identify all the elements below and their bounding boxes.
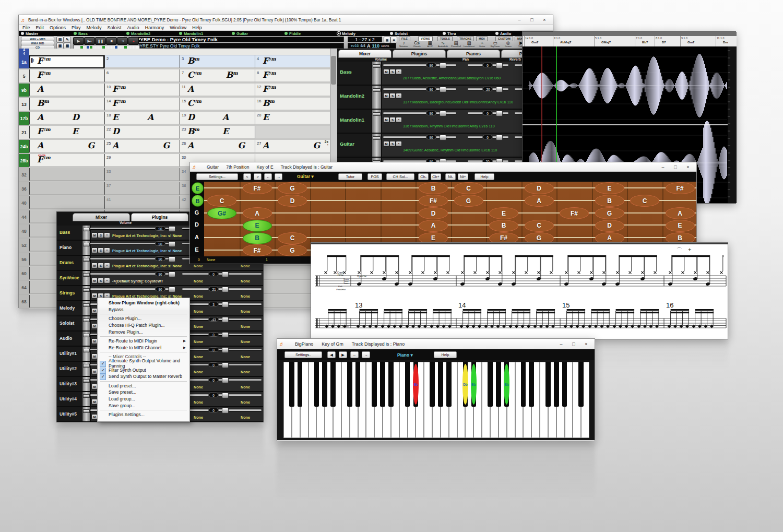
bar-row-label[interactable]: 5 — [19, 69, 29, 84]
ch-sol--button[interactable]: CH Sol... — [386, 173, 414, 180]
main-titlebar[interactable]: ♬ Band-in-a-Box for Windows [.. OLD TIME… — [19, 15, 553, 25]
chord-cell[interactable] — [29, 168, 104, 181]
chord-cell[interactable]: 23BmE — [180, 126, 255, 139]
freeze-button[interactable]: * — [396, 69, 402, 75]
menu-item[interactable]: Save preset... — [98, 389, 189, 396]
tutor-button[interactable]: Tutor — [338, 173, 362, 180]
track-fader[interactable] — [82, 226, 91, 240]
bar-row-label[interactable]: 32 — [19, 168, 29, 182]
menu-item[interactable]: Choose Hi-Q Patch Plugin... — [98, 322, 189, 329]
fret-note-c[interactable]: C — [207, 195, 236, 207]
fret-note-a[interactable]: A — [666, 207, 695, 219]
track-fader[interactable] — [82, 377, 91, 391]
bar-row-label[interactable]: 36 — [19, 182, 29, 196]
chord-cell[interactable]: 26AG — [180, 140, 255, 153]
fader-handle[interactable] — [83, 273, 90, 277]
bar-row-label[interactable]: 1a — [19, 55, 29, 69]
chord-symbol[interactable]: Bm — [226, 70, 238, 80]
plugin-track-name[interactable]: Audio — [57, 332, 82, 346]
menu-item[interactable]: Plugins Settings... — [98, 411, 189, 418]
plugin-track-name[interactable]: Strings — [57, 286, 82, 300]
drum-notation[interactable]: CrashHiHatOpenHatSnareTomsTomsKickPedalH… — [311, 243, 728, 339]
ribbon-tab-tools[interactable]: TOOLS — [437, 36, 453, 41]
menu-options[interactable]: Options — [50, 25, 66, 30]
plugin-slot-1[interactable]: Plogue Art et Technologie, Inc: s! None — [112, 249, 182, 253]
brush-icon[interactable]: ✎ — [64, 37, 71, 43]
chord-cell[interactable]: 16Bm — [255, 98, 330, 111]
chord-symbol[interactable]: F♯m — [263, 84, 276, 94]
plugin-slot-3[interactable]: None — [241, 400, 250, 405]
volume-slider-handle[interactable] — [169, 226, 175, 232]
track-fader[interactable] — [372, 86, 382, 109]
bar-row-label[interactable]: 21 — [19, 126, 29, 140]
plugin-slot-2[interactable]: None — [194, 415, 203, 420]
fret-note-c[interactable]: C — [454, 182, 483, 194]
pan-slider-handle[interactable] — [222, 393, 229, 398]
bar-row-label[interactable]: 17b — [19, 112, 29, 126]
ch--button[interactable]: Ch+ — [431, 173, 441, 180]
view-icon-bigpiano[interactable]: ▭BigPiano — [489, 41, 501, 48]
track-fader[interactable] — [372, 62, 382, 85]
plugin-slot-3[interactable]: None — [241, 279, 250, 283]
menu-item[interactable]: ✓Filter Synth Output — [98, 367, 189, 373]
loop-button[interactable]: ⇥ — [117, 37, 128, 45]
fader-handle[interactable] — [373, 136, 381, 140]
chord-cell[interactable]: 15C♯m — [180, 98, 255, 111]
chord-cell[interactable]: 8F♯m — [255, 69, 330, 82]
chord-cell[interactable]: AG — [29, 140, 104, 153]
track-fader[interactable] — [82, 392, 91, 406]
volume-slider-handle[interactable] — [440, 135, 446, 140]
pan-slider-handle[interactable] — [222, 287, 229, 292]
black-key[interactable] — [355, 362, 361, 407]
chord-cell[interactable]: 3Bm — [180, 55, 255, 68]
chord-symbol[interactable]: C♯m — [187, 98, 201, 108]
guitar-titlebar[interactable]: ♬ Guitar 7th Position Key of E Track Dis… — [190, 162, 696, 172]
track-button-bass[interactable]: Bass — [74, 31, 126, 36]
plugin-track-name[interactable]: Piano — [57, 241, 82, 255]
pan-slider-handle[interactable] — [222, 377, 229, 383]
style-field[interactable]: _PYRE.STY Pyre Old Timey Folk — [131, 43, 344, 49]
song-title-field[interactable]: _PYRE Demo - Pyre Old Timey Folk — [131, 37, 344, 42]
key-value[interactable]: A — [367, 43, 371, 49]
black-key[interactable] — [405, 362, 410, 407]
nav-button[interactable]: ▶ — [339, 351, 347, 358]
solo-button[interactable]: S — [98, 263, 104, 268]
solo-button[interactable]: S — [389, 93, 396, 99]
chord-symbol[interactable]: A — [37, 140, 43, 150]
track-button-fiddle[interactable]: Fiddle — [284, 31, 337, 36]
fader-handle[interactable] — [83, 228, 90, 231]
track-fader[interactable] — [82, 407, 91, 421]
black-key[interactable] — [529, 362, 534, 407]
chord-cell[interactable]: 25AG — [104, 140, 180, 153]
freeze-button[interactable]: * — [396, 93, 402, 99]
plugin-slot-3[interactable]: None — [241, 309, 250, 314]
ribbon-tab-custom[interactable]: CUSTOM — [495, 36, 513, 41]
solo-button[interactable]: S — [98, 247, 104, 253]
nav-button[interactable]: ← — [264, 173, 272, 180]
fret-note-b[interactable]: B — [419, 182, 448, 194]
chord-symbol[interactable]: F♯m — [263, 70, 276, 80]
nav-button[interactable]: → — [275, 173, 282, 180]
highlighted-key-eb[interactable]: Eb — [471, 364, 477, 405]
audio-ruler[interactable]: 1a:1.0Gm73:1.0AbMaj75:1.0GMaj77:1.0Bb78:… — [523, 36, 737, 47]
maximize-icon[interactable]: □ — [526, 15, 538, 25]
track-button-mandolin1[interactable]: Mandolin1 — [179, 31, 232, 36]
mixer-tab-mixer[interactable]: Mixer — [338, 50, 392, 58]
menu-item[interactable]: Load group... — [98, 396, 189, 403]
record-button[interactable]: ● — [128, 37, 139, 45]
chord-symbol[interactable]: Bm — [187, 126, 199, 136]
menu-item[interactable]: Choose Plugin... — [98, 315, 189, 322]
track-fader[interactable] — [82, 271, 91, 285]
fret-note-a[interactable]: A — [525, 195, 554, 207]
view-icon-guitar[interactable]: ⌁Guitar — [476, 41, 488, 48]
mute-button[interactable]: M — [91, 232, 98, 238]
volume-slider-handle[interactable] — [440, 87, 446, 92]
plugin-slot-1[interactable]: Plogue Art et Technologie, Inc: s! None — [112, 264, 182, 268]
settings-button[interactable]: Settings... — [196, 173, 238, 180]
plugin-slot-3[interactable]: None — [241, 339, 250, 344]
plugin-slot-3[interactable]: None — [241, 415, 250, 420]
chord-symbol[interactable]: D — [112, 126, 120, 136]
close-icon[interactable]: × — [538, 15, 551, 25]
track-fader[interactable] — [372, 110, 382, 133]
nt--button[interactable]: Nt- — [445, 173, 456, 180]
